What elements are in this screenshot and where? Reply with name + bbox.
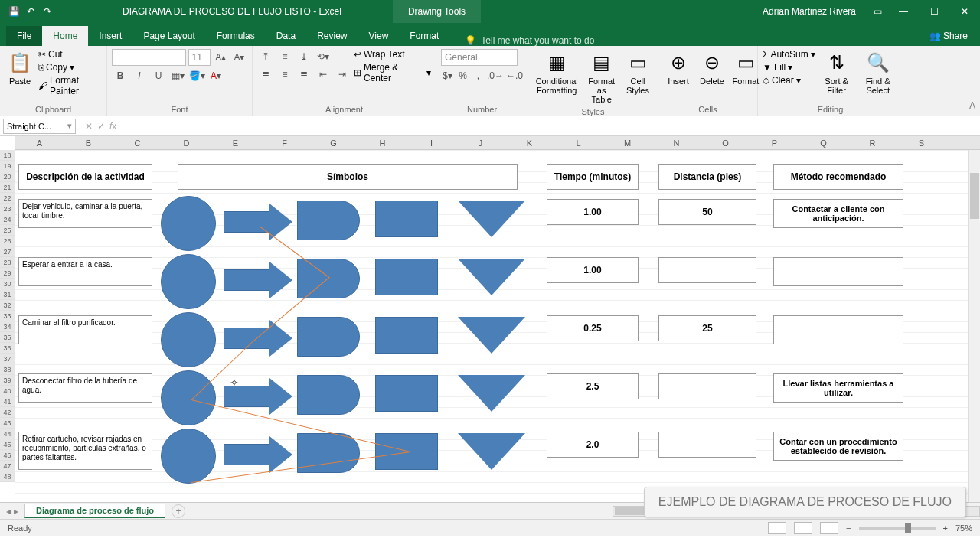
cut-button[interactable]: ✂ Cut: [38, 49, 102, 60]
cell-styles-button[interactable]: ▭Cell Styles: [622, 49, 653, 96]
worksheet-grid[interactable]: 1819202122232425262728293031323334353637…: [0, 150, 980, 502]
col-header-B[interactable]: B: [64, 136, 113, 149]
align-right-icon[interactable]: ≣: [296, 67, 312, 82]
tab-format[interactable]: Format: [399, 26, 449, 46]
merge-center-button[interactable]: ⊞ Merge & Center ▾: [354, 62, 431, 83]
save-icon[interactable]: 💾: [8, 5, 20, 18]
delete-cells-button[interactable]: ⊖Delete: [697, 49, 727, 87]
clear-button[interactable]: ◇ Clear ▾: [763, 75, 815, 86]
maximize-button[interactable]: ☐: [919, 0, 949, 23]
collapse-ribbon-icon[interactable]: ᐱ: [969, 100, 975, 111]
row-header-43[interactable]: 43: [0, 418, 15, 429]
storage-triangle-icon[interactable]: [458, 375, 525, 412]
operation-circle-icon[interactable]: [161, 429, 216, 484]
zoom-out-button[interactable]: −: [846, 523, 851, 533]
name-box[interactable]: Straight C...▾: [3, 119, 76, 134]
sheet-nav-prev-icon[interactable]: ◂: [6, 506, 11, 517]
fill-color-button[interactable]: 🪣▾: [188, 68, 205, 83]
format-as-table-button[interactable]: ▤Format as Table: [583, 49, 619, 106]
paste-button[interactable]: 📋 Paste: [5, 49, 35, 87]
align-middle-icon[interactable]: ≡: [276, 49, 293, 64]
row-header-32[interactable]: 32: [0, 300, 15, 311]
row-header-35[interactable]: 35: [0, 332, 15, 343]
account-icon[interactable]: ▭: [867, 6, 888, 17]
transport-arrow-icon[interactable]: [224, 269, 270, 291]
operation-circle-icon[interactable]: [161, 254, 216, 309]
sheet-tab-active[interactable]: Diagrama de proceso de flujo: [24, 504, 165, 518]
zoom-in-button[interactable]: +: [943, 523, 948, 533]
row-header-34[interactable]: 34: [0, 321, 15, 332]
col-header-L[interactable]: L: [554, 136, 603, 149]
row-header-45[interactable]: 45: [0, 439, 15, 450]
col-header-E[interactable]: E: [211, 136, 260, 149]
inspection-rect-icon[interactable]: [375, 375, 438, 412]
autosum-button[interactable]: Σ AutoSum ▾: [763, 49, 815, 60]
row-header-23[interactable]: 23: [0, 204, 15, 214]
row-header-27[interactable]: 27: [0, 246, 15, 257]
increase-font-icon[interactable]: A▴: [213, 50, 229, 65]
row-header-42[interactable]: 42: [0, 407, 15, 418]
font-size-combo[interactable]: 11: [188, 49, 211, 66]
col-header-M[interactable]: M: [603, 136, 652, 149]
col-header-J[interactable]: J: [456, 136, 505, 149]
col-header-C[interactable]: C: [113, 136, 162, 149]
conditional-formatting-button[interactable]: ▦Conditional Formatting: [533, 49, 580, 96]
enter-formula-icon[interactable]: ✓: [97, 121, 105, 132]
column-headers[interactable]: ABCDEFGHIJKLMNOPQRS: [15, 136, 980, 150]
view-page-break-icon[interactable]: [820, 522, 838, 534]
find-select-button[interactable]: 🔍Find & Select: [858, 49, 898, 96]
copy-button[interactable]: ⎘ Copy ▾: [38, 62, 102, 73]
row-header-26[interactable]: 26: [0, 236, 15, 246]
align-left-icon[interactable]: ≣: [257, 67, 274, 82]
row-header-30[interactable]: 30: [0, 279, 15, 289]
number-format-combo[interactable]: General: [441, 49, 518, 66]
row-header-39[interactable]: 39: [0, 375, 15, 386]
italic-button[interactable]: I: [131, 68, 148, 83]
col-header-H[interactable]: H: [358, 136, 407, 149]
format-painter-button[interactable]: 🖌 Format Painter: [38, 75, 102, 96]
font-color-button[interactable]: A▾: [207, 68, 224, 83]
row-header-44[interactable]: 44: [0, 429, 15, 439]
row-header-25[interactable]: 25: [0, 225, 15, 236]
storage-triangle-icon[interactable]: [458, 433, 525, 470]
tab-review[interactable]: Review: [306, 26, 358, 46]
tab-file[interactable]: File: [6, 26, 42, 46]
tab-insert[interactable]: Insert: [88, 26, 132, 46]
col-header-D[interactable]: D: [162, 136, 211, 149]
col-header-P[interactable]: P: [750, 136, 799, 149]
col-header-Q[interactable]: Q: [799, 136, 848, 149]
increase-indent-icon[interactable]: ⇥: [334, 67, 351, 82]
sheet-nav-next-icon[interactable]: ▸: [14, 506, 18, 517]
delay-shape-icon[interactable]: [297, 201, 360, 240]
delay-shape-icon[interactable]: [297, 259, 360, 298]
operation-circle-icon[interactable]: [161, 312, 216, 367]
align-center-icon[interactable]: ≡: [276, 67, 293, 82]
row-header-41[interactable]: 41: [0, 396, 15, 407]
transport-arrow-icon[interactable]: [224, 444, 270, 465]
col-header-O[interactable]: O: [701, 136, 750, 149]
formula-input[interactable]: [122, 119, 980, 134]
fx-icon[interactable]: fx: [109, 121, 116, 132]
border-button[interactable]: ▦▾: [169, 68, 186, 83]
format-cells-button[interactable]: ▭Format: [730, 49, 761, 87]
delay-shape-icon[interactable]: [297, 433, 360, 473]
tell-me[interactable]: 💡 Tell me what you want to do: [465, 35, 594, 46]
align-top-icon[interactable]: ⤒: [257, 49, 274, 64]
currency-icon[interactable]: $▾: [441, 68, 454, 83]
row-header-20[interactable]: 20: [0, 171, 15, 182]
fill-button[interactable]: ▼ Fill ▾: [763, 62, 815, 73]
row-header-21[interactable]: 21: [0, 182, 15, 193]
row-header-31[interactable]: 31: [0, 289, 15, 300]
bold-button[interactable]: B: [112, 68, 129, 83]
cancel-formula-icon[interactable]: ✕: [85, 121, 93, 132]
delay-shape-icon[interactable]: [297, 317, 360, 357]
sort-filter-button[interactable]: ⇅Sort & Filter: [818, 49, 855, 96]
font-name-combo[interactable]: [112, 49, 186, 66]
wrap-text-button[interactable]: ↩ Wrap Text: [354, 49, 431, 60]
insert-cells-button[interactable]: ⊕Insert: [663, 49, 694, 87]
zoom-slider[interactable]: [859, 527, 936, 530]
tab-data[interactable]: Data: [266, 26, 306, 46]
decrease-indent-icon[interactable]: ⇤: [315, 67, 332, 82]
share-button[interactable]: 👥 Share: [917, 26, 980, 46]
zoom-level[interactable]: 75%: [956, 523, 972, 533]
